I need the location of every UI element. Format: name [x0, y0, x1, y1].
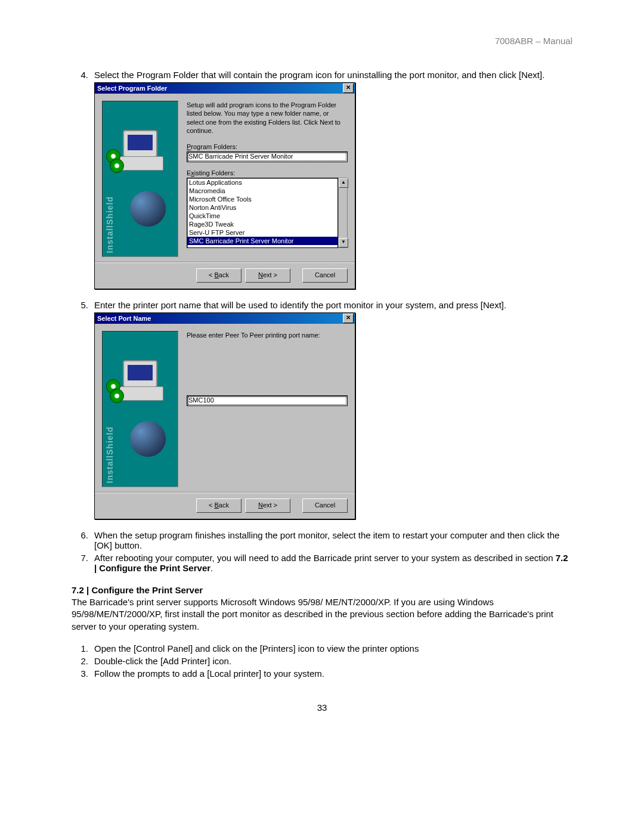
dialog-title: Select Port Name: [97, 315, 343, 322]
list-number: 1.: [72, 643, 94, 654]
list-number: 2.: [72, 656, 94, 666]
list-text: Follow the prompts to add a [Local print…: [94, 668, 572, 679]
back-button[interactable]: < Back: [196, 268, 242, 283]
list-item[interactable]: Lotus Applications: [187, 178, 338, 187]
list-item[interactable]: Norton AntiVirus: [187, 203, 338, 212]
step-6: 6. When the setup program finishes insta…: [72, 530, 572, 550]
list-item[interactable]: Macromedia: [187, 187, 338, 195]
list-number: 5.: [72, 300, 94, 310]
scroll-down-icon[interactable]: ▼: [339, 238, 348, 247]
dialog-description: Setup will add program icons to the Prog…: [187, 101, 348, 135]
page-number: 33: [72, 702, 572, 713]
cancel-button[interactable]: Cancel: [302, 498, 348, 513]
step-5: 5. Enter the printer port name that will…: [72, 300, 572, 310]
scrollbar[interactable]: ▲ ▼: [338, 178, 348, 248]
list-text: After rebooting your computer, you will …: [94, 553, 572, 573]
cancel-button[interactable]: Cancel: [302, 268, 348, 283]
existing-folders-label: Existing Folders:: [187, 169, 348, 176]
step-7: 7. After rebooting your computer, you wi…: [72, 553, 572, 573]
list-text: Double-click the [Add Printer] icon.: [94, 656, 572, 666]
list-text: Open the [Control Panel] and click on th…: [94, 643, 572, 654]
installer-graphic: InstallShield: [102, 101, 178, 257]
existing-folders-listbox[interactable]: Lotus Applications Macromedia Microsoft …: [187, 178, 338, 248]
list-number: 3.: [72, 668, 94, 679]
installer-graphic: InstallShield: [102, 331, 178, 487]
dialog-footer: < Back Next > Cancel: [95, 262, 355, 289]
substep-2: 2. Double-click the [Add Printer] icon.: [72, 656, 572, 666]
next-button[interactable]: Next >: [245, 268, 290, 283]
list-item[interactable]: Microsoft Office Tools: [187, 195, 338, 203]
substep-3: 3. Follow the prompts to add a [Local pr…: [72, 668, 572, 679]
section-heading: 7.2 | Configure the Print Server: [72, 585, 572, 595]
list-item[interactable]: QuickTime: [187, 212, 338, 220]
titlebar: Select Port Name ✕: [95, 313, 355, 324]
close-icon[interactable]: ✕: [343, 314, 354, 323]
scroll-up-icon[interactable]: ▲: [339, 178, 348, 188]
list-number: 6.: [72, 530, 94, 550]
step-4: 4. Select the Program Folder that will c…: [72, 70, 572, 80]
installshield-label: InstallShield: [105, 426, 114, 483]
titlebar: Select Program Folder ✕: [95, 83, 355, 94]
list-item-selected[interactable]: SMC Barricade Print Server Monitor: [187, 237, 338, 245]
list-text: Enter the printer port name that will be…: [94, 300, 572, 310]
select-port-name-dialog: Select Port Name ✕ InstallShield Please …: [94, 312, 355, 519]
next-button[interactable]: Next >: [245, 498, 290, 513]
dialog-footer: < Back Next > Cancel: [95, 492, 355, 519]
program-folders-label: Program Folders:: [187, 143, 348, 150]
list-text: When the setup program finishes installi…: [94, 530, 572, 550]
select-program-folder-dialog: Select Program Folder ✕ InstallShield Se…: [94, 82, 355, 289]
dialog-description: Please enter Peer To Peer printing port …: [187, 331, 348, 339]
page-header: 7008ABR – Manual: [72, 36, 572, 46]
port-name-input[interactable]: SMC100: [187, 395, 348, 406]
substep-1: 1. Open the [Control Panel] and click on…: [72, 643, 572, 654]
list-number: 4.: [72, 70, 94, 80]
installshield-label: InstallShield: [105, 196, 114, 253]
list-item[interactable]: Serv-U FTP Server: [187, 228, 338, 237]
list-text: Select the Program Folder that will cont…: [94, 70, 572, 80]
dialog-title: Select Program Folder: [97, 85, 343, 92]
list-item[interactable]: Rage3D Tweak: [187, 220, 338, 228]
section-paragraph: The Barricade's print server supports Mi…: [72, 596, 572, 633]
manual-page: 7008ABR – Manual 4. Select the Program F…: [0, 0, 644, 736]
back-button[interactable]: < Back: [196, 498, 242, 513]
program-folder-input[interactable]: SMC Barricade Print Server Monitor: [187, 151, 348, 162]
close-icon[interactable]: ✕: [343, 83, 354, 93]
list-number: 7.: [72, 553, 94, 573]
